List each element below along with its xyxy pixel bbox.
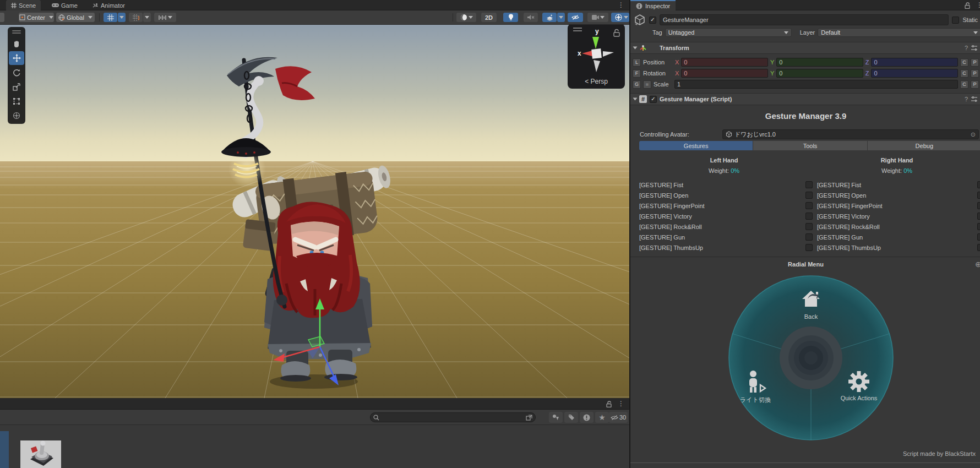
gesture-checkbox[interactable] [805, 202, 813, 209]
gizmos-dropdown[interactable] [623, 13, 629, 22]
gesture-checkbox[interactable] [977, 202, 980, 209]
gesture-checkbox[interactable] [805, 223, 813, 230]
toolbar-drag-handle[interactable] [12, 30, 21, 31]
asset-thumbnail-toggle-switch[interactable] [20, 440, 61, 468]
unlock-icon[interactable] [964, 2, 971, 9]
foldout-icon[interactable] [633, 98, 638, 101]
open-in-window-icon[interactable] [526, 415, 532, 421]
snap-increment-dropdown[interactable] [143, 13, 151, 22]
effects-button[interactable] [542, 13, 557, 22]
tool-handle-pivot-button[interactable]: Center [19, 13, 54, 22]
gesture-checkbox[interactable] [977, 181, 980, 188]
hidden-packages-button[interactable]: 30 [609, 412, 628, 423]
gesture-checkbox[interactable] [977, 233, 980, 241]
gesture-checkbox[interactable] [977, 244, 980, 251]
project-content[interactable] [0, 425, 629, 468]
position-y-field[interactable]: 0 [776, 58, 863, 67]
object-picker-icon[interactable]: ⊙ [971, 131, 976, 138]
help-icon[interactable]: ? [965, 45, 968, 51]
filter-by-label-button[interactable] [564, 412, 578, 423]
rotation-copy-button[interactable]: C [960, 69, 968, 78]
rotation-paste-button[interactable]: P [971, 69, 979, 78]
view-hand-tool[interactable] [9, 37, 24, 51]
help-icon[interactable]: ? [965, 96, 968, 102]
gameobject-cube-icon[interactable] [634, 14, 646, 26]
tag-dropdown[interactable]: Untagged [665, 28, 792, 37]
filter-by-log-button[interactable] [580, 412, 594, 423]
effects-dropdown[interactable] [557, 13, 565, 22]
radial-menu[interactable]: Back ライト切換 [728, 275, 894, 441]
gesture-checkbox[interactable] [805, 192, 813, 199]
scene-3d-viewport[interactable]: y x < Persp [0, 25, 629, 398]
radial-add-icon[interactable]: ⊕ [975, 260, 980, 269]
gesture-checkbox[interactable] [977, 213, 980, 220]
gesture-checkbox[interactable] [805, 233, 813, 241]
search-input[interactable] [382, 414, 524, 421]
controlling-avatar-object-field[interactable]: ドワおじvrc1.0 ⊙ [722, 129, 979, 139]
scale-field[interactable]: 1 [674, 80, 958, 89]
scene-visibility-button[interactable] [568, 13, 583, 22]
move-tool[interactable] [9, 51, 24, 65]
rotation-prefix-button[interactable]: F [633, 69, 641, 78]
tab-inspector[interactable]: Inspector [630, 0, 676, 10]
gameobject-active-checkbox[interactable]: ✓ [649, 17, 656, 24]
measure-tool-button[interactable] [154, 13, 176, 22]
rotate-tool[interactable] [9, 66, 24, 79]
scale-copy-button[interactable]: C [960, 80, 968, 89]
tab-scene[interactable]: Scene [6, 0, 41, 10]
filter-by-type-button[interactable] [549, 412, 563, 423]
position-prefix-button[interactable]: L [633, 58, 641, 67]
gesture-checkbox[interactable] [977, 192, 980, 199]
gesture-manager-header[interactable]: # ✓ Gesture Manager (Script) ? [630, 93, 980, 105]
transform-header[interactable]: Transform ? [630, 42, 980, 54]
position-x-field[interactable]: 0 [681, 58, 768, 67]
selected-folder-indicator[interactable] [0, 431, 9, 468]
gesture-checkbox[interactable] [977, 223, 980, 230]
pane-menu-kebab-icon[interactable]: ⋮ [976, 1, 980, 9]
rotation-z-field[interactable]: 0 [871, 69, 958, 78]
component-enabled-checkbox[interactable]: ✓ [650, 96, 657, 103]
tab-gestures[interactable]: Gestures [639, 141, 753, 150]
presets-icon[interactable] [971, 45, 978, 51]
draw-mode-button[interactable] [456, 13, 476, 22]
scene-audio-button[interactable] [524, 13, 538, 22]
layer-dropdown[interactable]: Default [818, 28, 980, 37]
gesture-checkbox[interactable] [805, 213, 813, 220]
scale-prefix-button[interactable]: G [633, 80, 641, 89]
scene-camera-button[interactable] [587, 13, 608, 22]
tab-animator[interactable]: Animator [88, 0, 130, 10]
projection-mode-label[interactable]: < Persp [568, 78, 625, 85]
grid-snapping-button[interactable] [104, 13, 117, 22]
scene-lighting-button[interactable] [503, 13, 518, 22]
pane-menu-kebab-icon[interactable]: ⋮ [618, 1, 624, 9]
project-search[interactable] [370, 412, 536, 422]
scale-paste-button[interactable]: P [971, 80, 979, 89]
toggle-2d-button[interactable]: 2D [481, 13, 497, 22]
radial-item-quick-actions[interactable] [848, 371, 870, 393]
rect-tool[interactable] [9, 94, 24, 108]
gesture-checkbox[interactable] [805, 181, 813, 188]
foldout-icon[interactable] [633, 47, 638, 50]
tab-game[interactable]: Game [47, 0, 83, 10]
scene-orientation-gizmo[interactable]: y x < Persp [568, 25, 625, 89]
position-z-field[interactable]: 0 [871, 58, 958, 67]
snap-increment-button[interactable] [129, 13, 143, 22]
rotation-y-field[interactable]: 0 [776, 69, 863, 78]
save-search-button[interactable]: ★ [595, 412, 609, 423]
radial-item-back[interactable] [799, 287, 823, 311]
position-copy-button[interactable]: C [960, 58, 968, 67]
gameobject-name-field[interactable]: GestureManager [660, 14, 949, 25]
tab-tools[interactable]: Tools [753, 141, 867, 150]
scale-tool[interactable] [9, 80, 24, 94]
gesture-checkbox[interactable] [805, 244, 813, 251]
radial-item-light-toggle[interactable] [743, 369, 767, 394]
tab-debug[interactable]: Debug [868, 141, 980, 150]
static-checkbox[interactable] [952, 17, 959, 24]
uniform-scale-link-icon[interactable]: = [643, 80, 651, 89]
pane-menu-kebab-icon[interactable]: ⋮ [618, 400, 624, 407]
grid-snapping-dropdown[interactable] [118, 13, 126, 22]
transform-tool[interactable] [9, 108, 24, 122]
lock-icon[interactable] [606, 401, 612, 407]
presets-icon[interactable] [971, 96, 978, 102]
position-paste-button[interactable]: P [971, 58, 979, 67]
